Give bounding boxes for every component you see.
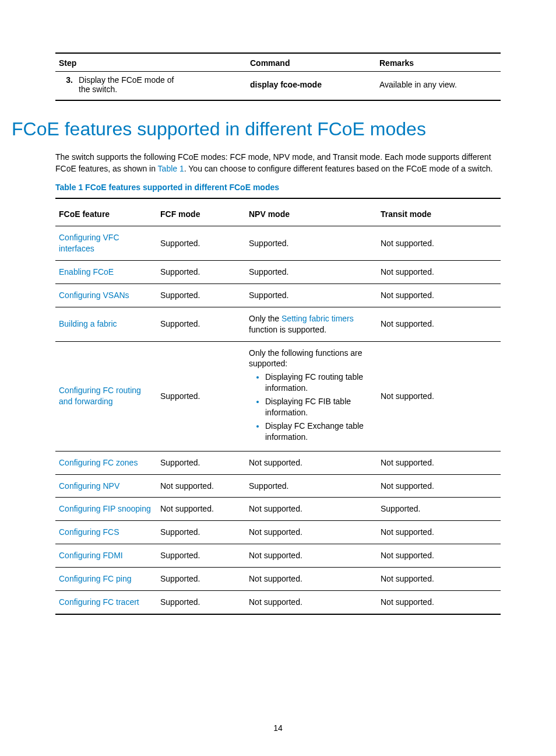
transit-cell: Not supported. — [377, 451, 501, 474]
feat-header-feature: FCoE feature — [55, 198, 157, 226]
list-item: Displaying FC FIB table information. — [265, 396, 374, 418]
feature-link[interactable]: Configuring FC zones — [59, 458, 138, 467]
table-row: Configuring VSANs Supported. Supported. … — [55, 284, 501, 307]
feature-link[interactable]: Configuring FDMI — [59, 551, 123, 560]
npv-cell: Not supported. — [245, 544, 377, 568]
table-row: Configuring FC routing and forwarding Su… — [55, 341, 501, 451]
fcf-cell: Not supported. — [157, 474, 245, 498]
feature-link[interactable]: Configuring VSANs — [59, 290, 129, 300]
table-row: Configuring FDMI Supported. Not supporte… — [55, 544, 501, 568]
feature-link[interactable]: Configuring FC ping — [59, 574, 132, 583]
fcf-cell: Supported. — [157, 307, 245, 341]
npv-intro-text: Only the following functions are support… — [249, 348, 374, 370]
npv-cell: Not supported. — [245, 521, 377, 544]
feature-link[interactable]: Configuring FC routing and forwarding — [59, 386, 141, 406]
table-row: Configuring FC ping Supported. Not suppo… — [55, 568, 501, 591]
fcf-cell: Supported. — [157, 568, 245, 591]
feature-link[interactable]: Building a fabric — [59, 319, 117, 328]
feat-header-transit: Transit mode — [377, 198, 501, 226]
table-row: Building a fabric Supported. Only the Se… — [55, 307, 501, 341]
table-row: Configuring FC tracert Supported. Not su… — [55, 591, 501, 614]
feat-header-fcf: FCF mode — [157, 198, 245, 226]
npv-cell: Not supported. — [245, 568, 377, 591]
table-caption: Table 1 FCoE features supported in diffe… — [55, 183, 501, 192]
transit-cell: Not supported. — [377, 521, 501, 544]
fcf-cell: Supported. — [157, 284, 245, 307]
transit-cell: Not supported. — [377, 226, 501, 261]
transit-cell: Not supported. — [377, 307, 501, 341]
intro-paragraph: The switch supports the following FCoE m… — [55, 152, 501, 174]
transit-cell: Not supported. — [377, 341, 501, 451]
transit-cell: Supported. — [377, 498, 501, 521]
feature-link[interactable]: Configuring FCS — [59, 527, 119, 537]
table-row: Enabling FCoE Supported. Supported. Not … — [55, 260, 501, 284]
npv-cell: Only the Setting fabric timers function … — [245, 307, 377, 341]
step-remarks: Available in any view. — [376, 72, 501, 101]
list-item: Display FC Exchange table information. — [265, 421, 374, 443]
npv-cell: Not supported. — [245, 498, 377, 521]
transit-cell: Not supported. — [377, 591, 501, 614]
transit-cell: Not supported. — [377, 568, 501, 591]
npv-text-post: function is supported. — [249, 325, 326, 334]
table-1-link[interactable]: Table 1 — [158, 164, 184, 173]
npv-cell: Only the following functions are support… — [245, 341, 377, 451]
table-row: Configuring FCS Supported. Not supported… — [55, 521, 501, 544]
intro-text-2: . You can choose to configure different … — [184, 164, 493, 173]
feature-table: FCoE feature FCF mode NPV mode Transit m… — [55, 198, 501, 615]
npv-cell: Supported. — [245, 284, 377, 307]
table-row: Configuring VFC interfaces Supported. Su… — [55, 226, 501, 261]
step-command: display fcoe-mode — [247, 72, 376, 101]
fcf-cell: Not supported. — [157, 498, 245, 521]
feature-link[interactable]: Configuring FIP snooping — [59, 504, 151, 513]
fcf-cell: Supported. — [157, 521, 245, 544]
table-row: Configuring FC zones Supported. Not supp… — [55, 451, 501, 474]
npv-text-pre: Only the — [249, 314, 281, 323]
npv-cell: Supported. — [245, 226, 377, 261]
fcf-cell: Supported. — [157, 544, 245, 568]
step-number: 3. — [59, 75, 78, 94]
feature-link[interactable]: Configuring FC tracert — [59, 597, 139, 607]
npv-cell: Not supported. — [245, 591, 377, 614]
page-number: 14 — [0, 723, 556, 733]
feature-link[interactable]: Enabling FCoE — [59, 267, 114, 276]
setting-fabric-timers-link[interactable]: Setting fabric timers — [281, 314, 354, 323]
section-heading: FCoE features supported in different FCo… — [12, 118, 501, 140]
transit-cell: Not supported. — [377, 474, 501, 498]
fcf-cell: Supported. — [157, 591, 245, 614]
transit-cell: Not supported. — [377, 284, 501, 307]
step-row: 3. Display the FCoE mode of the switch. … — [55, 72, 501, 101]
table-row: Configuring FIP snooping Not supported. … — [55, 498, 501, 521]
fcf-cell: Supported. — [157, 260, 245, 284]
transit-cell: Not supported. — [377, 260, 501, 284]
step-header-remarks: Remarks — [376, 53, 501, 72]
feature-link[interactable]: Configuring NPV — [59, 481, 119, 491]
list-item: Displaying FC routing table information. — [265, 372, 374, 394]
table-row: Configuring NPV Not supported. Supported… — [55, 474, 501, 498]
step-header-command: Command — [247, 53, 376, 72]
npv-cell: Not supported. — [245, 451, 377, 474]
step-text: Display the FCoE mode of the switch. — [78, 75, 181, 94]
fcf-cell: Supported. — [157, 451, 245, 474]
step-table: Step Command Remarks 3. Display the FCoE… — [55, 52, 501, 101]
transit-cell: Not supported. — [377, 544, 501, 568]
npv-cell: Supported. — [245, 474, 377, 498]
feature-link[interactable]: Configuring VFC interfaces — [59, 233, 119, 253]
fcf-cell: Supported. — [157, 341, 245, 451]
feat-header-npv: NPV mode — [245, 198, 377, 226]
fcf-cell: Supported. — [157, 226, 245, 261]
step-header-step: Step — [55, 53, 247, 72]
npv-cell: Supported. — [245, 260, 377, 284]
